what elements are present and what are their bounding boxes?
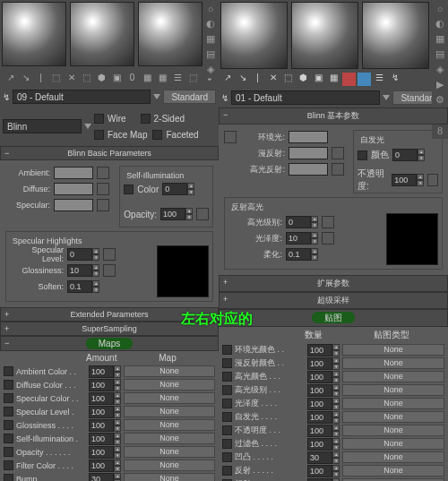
basic-params-header[interactable]: Blinn Basic Parameters [0, 146, 219, 160]
sample-sphere[interactable] [2, 2, 66, 66]
map-slot-button[interactable]: None [124, 392, 215, 404]
map-enable-checkbox[interactable] [4, 366, 13, 376]
map-amount-spinner[interactable]: ▴▾ [307, 465, 340, 477]
map-amount-spinner[interactable]: ▴▾ [307, 411, 340, 424]
pick-icon[interactable]: ↯ [221, 93, 228, 103]
sample-sphere[interactable] [138, 2, 202, 66]
put-to-scene-icon[interactable]: ↘ [19, 71, 32, 84]
maps-header[interactable]: 贴图 [219, 309, 448, 327]
select-by-icon[interactable]: ⬚ [186, 71, 200, 84]
show-map-icon[interactable]: ▦ [327, 73, 340, 86]
gloss-map[interactable] [103, 264, 116, 277]
diffuse-map-btn[interactable] [332, 147, 344, 159]
dropdown-arrow-icon[interactable] [84, 124, 91, 129]
color-checkbox[interactable] [358, 150, 367, 160]
map-enable-checkbox[interactable] [4, 393, 13, 403]
selfillum-spinner[interactable]: ▴▾ [162, 183, 194, 195]
reset-icon[interactable]: ✕ [65, 71, 78, 84]
ambient-swatch[interactable] [289, 131, 328, 143]
map-enable-checkbox[interactable] [222, 452, 232, 462]
red-channel-icon[interactable] [342, 73, 356, 86]
map-enable-checkbox[interactable] [4, 460, 13, 470]
put-to-scene-icon[interactable]: ↘ [236, 73, 249, 86]
gloss-spinner[interactable]: ▴▾ [67, 264, 99, 277]
map-amount-spinner[interactable]: ▴▾ [307, 438, 340, 451]
background-icon[interactable]: ▦ [434, 32, 446, 46]
gloss-spinner[interactable]: ▴▾ [286, 232, 318, 245]
map-enable-checkbox[interactable] [222, 372, 232, 382]
spec-level-map[interactable] [322, 216, 334, 228]
map-slot-button[interactable]: None [342, 384, 444, 396]
map-slot-button[interactable]: None [124, 379, 215, 391]
map-amount-spinner[interactable]: ▴▾ [89, 433, 121, 445]
sample-sphere[interactable] [220, 2, 288, 69]
map-enable-checkbox[interactable] [4, 434, 13, 443]
color-checkbox[interactable] [124, 185, 134, 194]
uv-tiling-icon[interactable]: ▤ [434, 47, 446, 61]
sample-type-icon[interactable]: ○ [434, 2, 446, 15]
map-slot-button[interactable]: None [342, 398, 444, 409]
opacity-spinner[interactable]: ▴▾ [160, 208, 193, 220]
map-enable-checkbox[interactable] [4, 447, 13, 457]
selfillum-spinner[interactable]: ▴▾ [392, 149, 425, 161]
assign-icon[interactable]: ⬚ [49, 71, 63, 84]
sample-sphere[interactable] [70, 2, 134, 66]
map-amount-spinner[interactable]: ▴▾ [307, 357, 340, 370]
opacity-spinner[interactable]: ▴▾ [392, 174, 424, 186]
specular-map-btn[interactable] [97, 199, 109, 211]
map-amount-spinner[interactable]: ▴▾ [307, 344, 340, 356]
map-slot-button[interactable]: None [342, 357, 444, 369]
map-amount-spinner[interactable]: ▴▾ [307, 451, 340, 464]
extended-params-header[interactable]: 扩展参数 [219, 275, 448, 292]
map-amount-spinner[interactable]: ▴▾ [307, 384, 340, 397]
diffuse-swatch[interactable] [54, 183, 93, 195]
opacity-map-btn[interactable] [196, 208, 209, 220]
material-type-button[interactable]: Standard [163, 90, 216, 104]
map-enable-checkbox[interactable] [222, 345, 232, 355]
map-enable-checkbox[interactable] [222, 439, 232, 449]
blue-channel-icon[interactable] [358, 73, 371, 86]
map-slot-button[interactable]: None [342, 438, 444, 450]
map-enable-checkbox[interactable] [222, 399, 232, 408]
map-enable-checkbox[interactable] [222, 466, 232, 476]
supersampling-header[interactable]: 超级采样 [219, 292, 448, 309]
map-enable-checkbox[interactable] [222, 425, 232, 435]
backlight-icon[interactable]: ◐ [204, 17, 217, 30]
options-icon[interactable]: ⚙ [434, 93, 446, 107]
spec-level-map[interactable] [103, 248, 116, 261]
lock-btn[interactable] [224, 131, 237, 143]
map-slot-button[interactable]: None [342, 425, 444, 436]
map-amount-spinner[interactable]: ▴▾ [89, 446, 121, 459]
sample-type-icon[interactable]: ○ [204, 2, 217, 15]
material-id-icon[interactable]: 0 [125, 71, 139, 84]
map-slot-button[interactable]: None [124, 460, 215, 471]
map-slot-button[interactable]: None [124, 419, 215, 431]
opacity-map-btn[interactable] [427, 174, 438, 186]
pick-icon[interactable]: ↯ [3, 92, 10, 102]
diffuse-swatch[interactable] [289, 147, 328, 159]
sample-sphere[interactable] [362, 2, 429, 69]
map-amount-spinner[interactable]: ▴▾ [89, 473, 121, 482]
specular-map-btn[interactable] [332, 163, 344, 176]
video-check-icon[interactable]: ◈ [434, 63, 446, 76]
map-slot-button[interactable]: None [342, 411, 444, 423]
show-map-icon[interactable]: ▦ [141, 71, 154, 84]
facemap-checkbox[interactable] [94, 130, 104, 140]
put-library-icon[interactable]: ▣ [312, 73, 325, 86]
preview-icon[interactable]: ▶ [434, 78, 446, 91]
map-amount-spinner[interactable]: ▴▾ [89, 406, 121, 418]
reset-icon[interactable]: ✕ [266, 73, 280, 86]
map-amount-spinner[interactable]: ▴▾ [89, 379, 121, 391]
specular-swatch[interactable] [54, 199, 93, 211]
map-enable-checkbox[interactable] [4, 407, 13, 417]
map-amount-spinner[interactable]: ▴▾ [89, 365, 121, 378]
specular-swatch[interactable] [289, 163, 328, 176]
map-slot-button[interactable]: None [342, 344, 444, 356]
get-material-icon[interactable]: ↗ [4, 71, 17, 84]
map-amount-spinner[interactable]: ▴▾ [307, 425, 340, 437]
make-copy-icon[interactable]: ⬚ [281, 73, 295, 86]
map-enable-checkbox[interactable] [222, 358, 232, 368]
map-slot-button[interactable]: None [124, 406, 215, 417]
get-material-icon[interactable]: ↗ [220, 73, 234, 86]
gloss-map[interactable] [322, 232, 334, 245]
